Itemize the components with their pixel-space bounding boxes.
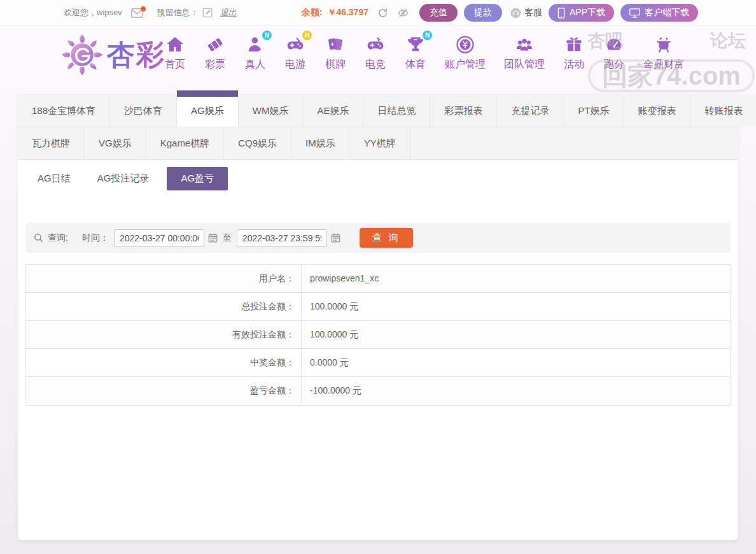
- nav-item-棋牌[interactable]: 棋牌: [325, 34, 346, 71]
- date-to-input[interactable]: [237, 229, 327, 247]
- slot-games-icon: H: [284, 34, 306, 55]
- query-button[interactable]: 查 询: [360, 228, 413, 248]
- live-person-icon: N: [244, 34, 266, 55]
- reserved-message-label: 预留信息：: [157, 7, 199, 18]
- nav-item-跑分[interactable]: 跑分: [603, 34, 625, 71]
- tab-188金宝博体育[interactable]: 188金宝博体育: [18, 95, 110, 127]
- edit-icon[interactable]: [202, 8, 213, 18]
- date-from-input[interactable]: [114, 229, 204, 247]
- nav-label: 首页: [165, 58, 185, 71]
- customer-service-link[interactable]: 客服: [510, 7, 542, 19]
- nav-item-团队管理[interactable]: 团队管理: [504, 34, 545, 71]
- nav-item-电游[interactable]: H电游: [284, 34, 306, 71]
- nav-item-账户管理[interactable]: 账户管理: [445, 34, 486, 71]
- gift-icon: [563, 34, 585, 55]
- recharge-button[interactable]: 充值: [419, 4, 458, 22]
- withdraw-button[interactable]: 提款: [464, 4, 502, 22]
- tab-日结总览[interactable]: 日结总览: [363, 95, 430, 127]
- nav-label: 团队管理: [504, 58, 545, 71]
- nav-item-电竞[interactable]: 电竞: [365, 34, 386, 71]
- subtab-AG日结[interactable]: AG日结: [29, 167, 80, 190]
- tab-沙巴体育[interactable]: 沙巴体育: [110, 95, 177, 127]
- tab-IM娱乐[interactable]: IM娱乐: [291, 127, 350, 159]
- tab-转账报表[interactable]: 转账报表: [691, 95, 756, 127]
- site-header: 杏彩 首页彩票N真人H电游棋牌电竞N体育账户管理团队管理活动跑分金鼎财富 杏吧 …: [0, 26, 756, 94]
- badge-n: N: [423, 31, 432, 40]
- subtab-AG投注记录[interactable]: AG投注记录: [88, 167, 158, 190]
- subtab-row: AG日结AG投注记录AG盈亏: [29, 166, 738, 190]
- nav-item-金鼎财富[interactable]: 金鼎财富: [643, 34, 684, 71]
- client-download-label: 客户端下载: [645, 7, 689, 18]
- welcome-text: 欢迎您，wipsev: [64, 7, 122, 18]
- table-row: 中奖金额：0.0000 元: [26, 349, 730, 377]
- trophy-icon: N: [405, 34, 426, 55]
- balance-value: ￥46.3797: [327, 7, 368, 17]
- team-icon: [514, 34, 535, 55]
- calendar-to-icon[interactable]: [331, 233, 340, 243]
- nav-label: 电游: [285, 58, 305, 71]
- row-value: 100.0000 元: [302, 321, 730, 348]
- balance: 余额: ￥46.3797: [302, 7, 368, 18]
- calendar-from-icon[interactable]: [208, 233, 218, 243]
- tab-WM娱乐[interactable]: WM娱乐: [239, 95, 304, 127]
- app-download-button[interactable]: APP下载: [549, 4, 614, 22]
- paofen-icon: [603, 34, 625, 55]
- row-value: prowipseven1_xc: [302, 265, 730, 292]
- query-label: 查询:: [48, 232, 68, 244]
- nav-label: 活动: [564, 58, 584, 71]
- row-value: -100.0000 元: [302, 377, 730, 405]
- tab-Kgame棋牌[interactable]: Kgame棋牌: [146, 127, 225, 159]
- account-coin-icon: [454, 34, 476, 55]
- table-row: 总投注金额：100.0000 元: [26, 293, 730, 321]
- nav-item-彩票[interactable]: 彩票: [204, 34, 226, 71]
- row-label: 用户名：: [26, 265, 302, 292]
- table-row: 有效投注金额：100.0000 元: [26, 321, 730, 349]
- row-label: 中奖金额：: [26, 349, 302, 376]
- mail-icon[interactable]: [131, 8, 143, 18]
- app-download-label: APP下载: [570, 7, 605, 18]
- nav-label: 跑分: [604, 58, 624, 71]
- tab-VG娱乐[interactable]: VG娱乐: [85, 127, 146, 159]
- time-label: 时间：: [82, 232, 109, 244]
- headset-icon: [510, 7, 522, 19]
- badge-h: H: [302, 31, 312, 40]
- tab-瓦力棋牌[interactable]: 瓦力棋牌: [18, 127, 85, 159]
- logout-link[interactable]: 退出: [220, 7, 237, 18]
- tab-账变报表[interactable]: 账变报表: [624, 95, 691, 127]
- tab-彩票报表[interactable]: 彩票报表: [430, 95, 497, 127]
- nav-item-活动[interactable]: 活动: [563, 34, 585, 71]
- nav-item-体育[interactable]: N体育: [405, 34, 426, 71]
- brand-logo[interactable]: 杏彩: [61, 34, 165, 76]
- table-row: 用户名：prowipseven1_xc: [26, 265, 730, 293]
- row-label: 盈亏金额：: [26, 377, 302, 405]
- tab-AE娱乐[interactable]: AE娱乐: [303, 95, 363, 127]
- search-bar: 查询: 时间： 至 查 询: [25, 223, 731, 253]
- balance-label: 余额:: [302, 7, 323, 17]
- nav-label: 棋牌: [325, 58, 346, 71]
- search-icon: [33, 232, 44, 243]
- tab-CQ9娱乐[interactable]: CQ9娱乐: [224, 127, 291, 159]
- nav-label: 账户管理: [445, 58, 486, 71]
- tab-充提记录[interactable]: 充提记录: [497, 95, 564, 127]
- home-icon: [164, 34, 186, 55]
- topbar: 欢迎您，wipsev 预留信息： 退出 余额: ￥46.3797 充值 提款 客…: [0, 0, 756, 26]
- logo-emblem-icon: [61, 34, 103, 76]
- tab-row-2: 瓦力棋牌VG娱乐Kgame棋牌CQ9娱乐IM娱乐YY棋牌: [18, 127, 738, 160]
- main-panel: 188金宝博体育沙巴体育AG娱乐WM娱乐AE娱乐日结总览彩票报表充提记录PT娱乐…: [18, 94, 738, 540]
- nav-label: 电竞: [365, 58, 386, 71]
- report-table: 用户名：prowipseven1_xc总投注金额：100.0000 元有效投注金…: [25, 264, 731, 406]
- badge-n: N: [262, 31, 272, 40]
- nav-item-首页[interactable]: 首页: [164, 34, 186, 71]
- subtab-AG盈亏[interactable]: AG盈亏: [167, 167, 228, 190]
- tab-YY棋牌[interactable]: YY棋牌: [350, 127, 410, 159]
- notification-dot: [141, 6, 146, 11]
- customer-service-label: 客服: [524, 7, 542, 18]
- nav-label: 彩票: [205, 58, 225, 71]
- eye-off-icon[interactable]: [397, 8, 409, 18]
- refresh-icon[interactable]: [377, 8, 388, 18]
- tab-PT娱乐[interactable]: PT娱乐: [564, 95, 624, 127]
- nav-item-真人[interactable]: N真人: [244, 34, 266, 71]
- tab-AG娱乐[interactable]: AG娱乐: [177, 95, 239, 127]
- client-download-button[interactable]: 客户端下载: [620, 4, 698, 22]
- table-row: 盈亏金额：-100.0000 元: [26, 377, 730, 405]
